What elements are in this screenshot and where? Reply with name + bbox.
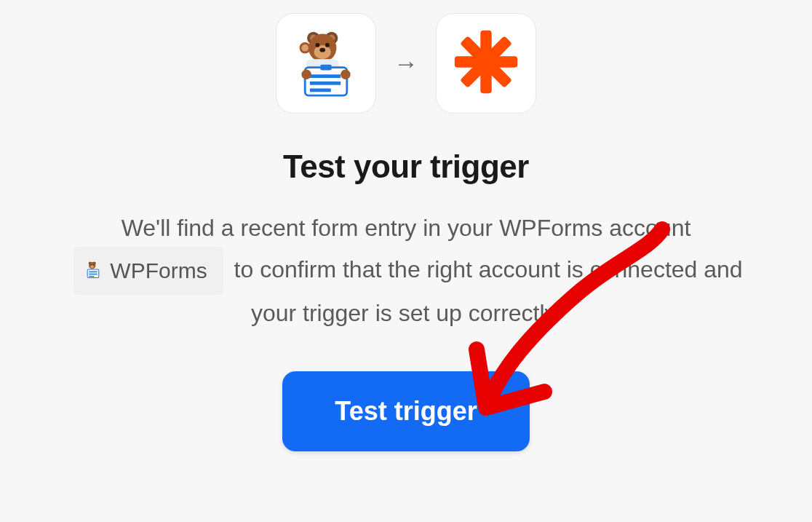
svg-point-17	[301, 70, 311, 79]
svg-point-10	[301, 44, 309, 52]
arrow-right-icon: →	[394, 50, 418, 78]
source-app-box	[276, 13, 376, 114]
svg-rect-21	[455, 56, 477, 67]
svg-rect-15	[310, 82, 341, 85]
wpforms-icon	[291, 27, 361, 100]
svg-point-33	[93, 264, 94, 265]
svg-rect-16	[310, 88, 331, 92]
svg-point-31	[90, 265, 94, 268]
svg-rect-19	[480, 31, 491, 53]
svg-rect-36	[89, 273, 97, 274]
account-chip-label: WPForms	[110, 253, 207, 288]
page-title: Test your trigger	[283, 149, 529, 185]
svg-point-27	[476, 52, 497, 73]
description-text: We'll find a recent form entry in your W…	[28, 210, 784, 332]
account-chip[interactable]: WPForms	[73, 247, 223, 296]
wpforms-small-icon	[84, 253, 103, 290]
svg-point-8	[319, 48, 325, 52]
svg-rect-22	[495, 56, 517, 67]
description-part2: to confirm that the right account is con…	[234, 256, 743, 326]
svg-point-6	[316, 43, 320, 47]
svg-rect-35	[89, 271, 97, 272]
svg-rect-20	[480, 71, 491, 93]
zapier-icon	[451, 27, 521, 100]
app-connection-row: →	[276, 13, 536, 114]
svg-point-7	[325, 43, 330, 47]
svg-point-32	[91, 264, 92, 265]
svg-rect-14	[310, 74, 341, 78]
target-app-box	[436, 13, 536, 114]
svg-point-18	[341, 70, 350, 79]
svg-rect-37	[89, 275, 95, 277]
test-trigger-button[interactable]: Test trigger	[282, 371, 529, 451]
description-part1: We'll find a recent form entry in your W…	[122, 215, 691, 241]
svg-rect-13	[320, 65, 331, 71]
